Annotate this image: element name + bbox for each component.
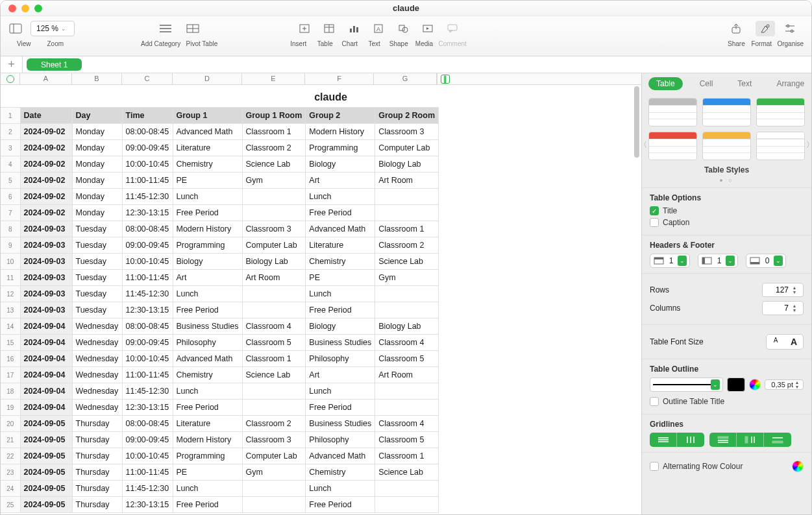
table-cell[interactable]: 2024-09-02	[20, 140, 72, 156]
table-cell[interactable]: 12:30-13:15	[122, 302, 173, 318]
styles-prev[interactable]: 〈	[641, 139, 647, 150]
table-cell[interactable]: 2024-09-05	[20, 497, 72, 513]
table-cell[interactable]: 2024-09-02	[20, 173, 72, 189]
table-cell[interactable]: 2024-09-04	[20, 318, 72, 335]
table-cell[interactable]: Classroom 2	[242, 140, 306, 156]
table-cell[interactable]: 2024-09-03	[20, 270, 72, 286]
table-cell[interactable]: Tuesday	[72, 270, 122, 286]
table-cell[interactable]: Business Studies	[173, 318, 242, 335]
table-cell[interactable]: 09:00-09:45	[122, 237, 173, 254]
table-style-green[interactable]	[756, 98, 805, 126]
table-cell[interactable]: 11:45-12:30	[122, 189, 173, 205]
table-cell[interactable]: Monday	[72, 140, 122, 156]
table-cell[interactable]: Lunch	[306, 189, 375, 205]
inspector-tab-cell[interactable]: Cell	[692, 77, 721, 90]
inspector-tab-table[interactable]: Table	[648, 77, 683, 90]
table-cell[interactable]: Tuesday	[72, 237, 122, 254]
table-cell[interactable]: Classroom 4	[375, 416, 439, 432]
table-cell[interactable]: Lunch	[306, 286, 375, 302]
table-cell[interactable]: 10:00-10:45	[122, 254, 173, 270]
table-cell[interactable]: Classroom 2	[242, 416, 306, 432]
row-number[interactable]: 25	[1, 497, 20, 513]
column-header[interactable]: B	[72, 73, 122, 84]
table-cell[interactable]: 09:00-09:45	[122, 140, 173, 156]
gridlines-header-h[interactable]	[709, 433, 737, 447]
table-cell[interactable]: Biology Lab	[375, 318, 439, 335]
table-cell[interactable]: Monday	[72, 156, 122, 173]
column-header[interactable]: C	[122, 73, 173, 84]
column-header[interactable]: D	[173, 73, 242, 84]
table-cell[interactable]	[375, 189, 439, 205]
table-cell[interactable]: Classroom 5	[242, 335, 306, 351]
table-cell[interactable]: Classroom 5	[375, 432, 439, 448]
row-number[interactable]: 11	[1, 270, 20, 286]
table-cell[interactable]: 11:45-12:30	[122, 481, 173, 497]
table-cell[interactable]: Literature	[173, 140, 242, 156]
font-size-toggle[interactable]: AA	[766, 334, 804, 350]
styles-page-dots[interactable]: ● ○	[648, 177, 805, 184]
table-cell[interactable]: Thursday	[72, 497, 122, 513]
table-cell[interactable]: Biology	[306, 156, 375, 173]
table-cell[interactable]: Lunch	[306, 383, 375, 400]
table-cell[interactable]	[375, 286, 439, 302]
table-cell[interactable]: PE	[306, 270, 375, 286]
column-header[interactable]: E	[242, 73, 305, 84]
row-number[interactable]: 2	[1, 124, 20, 140]
table-cell[interactable]	[242, 302, 306, 318]
table-cell[interactable]: 11:45-12:30	[122, 383, 173, 400]
outline-style-select[interactable]: ⌄	[650, 377, 723, 392]
table-cell[interactable]: Monday	[72, 205, 122, 221]
table-cell[interactable]: Chemistry	[306, 254, 375, 270]
table-cell[interactable]: 11:00-11:45	[122, 464, 173, 481]
table-cell[interactable]: 08:00-08:45	[122, 318, 173, 335]
table-cell[interactable]: 2024-09-05	[20, 432, 72, 448]
table-cell[interactable]: PE	[173, 464, 242, 481]
row-number[interactable]: 15	[1, 335, 20, 351]
styles-next[interactable]: 〉	[806, 139, 811, 150]
gridlines-footer[interactable]	[764, 433, 791, 447]
table-cell[interactable]: 2024-09-03	[20, 286, 72, 302]
row-number[interactable]: 4	[1, 156, 20, 173]
table-cell[interactable]: 2024-09-02	[20, 156, 72, 173]
table-cell[interactable]: 08:00-08:45	[122, 124, 173, 140]
table-cell[interactable]	[242, 497, 306, 513]
table-header-cell[interactable]: Day	[72, 108, 122, 124]
row-number[interactable]: 24	[1, 481, 20, 497]
table-cell[interactable]: Lunch	[306, 481, 375, 497]
table-cell[interactable]: Science Lab	[242, 367, 306, 383]
column-header[interactable]: A	[20, 73, 72, 84]
outline-title-checkbox[interactable]	[650, 397, 659, 406]
row-number[interactable]: 20	[1, 416, 20, 432]
table-cell[interactable]: Wednesday	[72, 383, 122, 400]
table-cell[interactable]: Science Lab	[375, 464, 439, 481]
rows-stepper[interactable]: ▲▼	[762, 283, 804, 297]
table-cell[interactable]: Advanced Math	[306, 448, 375, 464]
table-cell[interactable]: 11:00-11:45	[122, 173, 173, 189]
table-cell[interactable]: 2024-09-05	[20, 448, 72, 464]
table-cell[interactable]: Programming	[306, 140, 375, 156]
table-cell[interactable]: 2024-09-04	[20, 400, 72, 416]
table-cell[interactable]: Thursday	[72, 432, 122, 448]
table-cell[interactable]: PE	[173, 173, 242, 189]
table-cell[interactable]: Literature	[306, 237, 375, 254]
table-cell[interactable]: Free Period	[306, 497, 375, 513]
table-cell[interactable]: Gym	[242, 464, 306, 481]
table-cell[interactable]: Biology	[173, 254, 242, 270]
organise-button[interactable]	[780, 21, 800, 36]
table-cell[interactable]: Business Studies	[306, 335, 375, 351]
row-number[interactable]: 22	[1, 448, 20, 464]
table-cell[interactable]: Lunch	[173, 481, 242, 497]
table-cell[interactable]: 2024-09-03	[20, 221, 72, 237]
table-cell[interactable]: 08:00-08:45	[122, 221, 173, 237]
table-cell[interactable]	[375, 383, 439, 400]
table-cell[interactable]: 12:30-13:15	[122, 497, 173, 513]
table-cell[interactable]: 09:00-09:45	[122, 432, 173, 448]
row-number[interactable]: 10	[1, 254, 20, 270]
table-cell[interactable]: Classroom 4	[242, 318, 306, 335]
table-cell[interactable]: Thursday	[72, 416, 122, 432]
table-cell[interactable]: Art Room	[242, 270, 306, 286]
add-column-button[interactable]: ‖	[437, 73, 452, 84]
table-cell[interactable]: Wednesday	[72, 367, 122, 383]
table-cell[interactable]: Gym	[242, 173, 306, 189]
table-style-gray[interactable]	[648, 98, 697, 126]
